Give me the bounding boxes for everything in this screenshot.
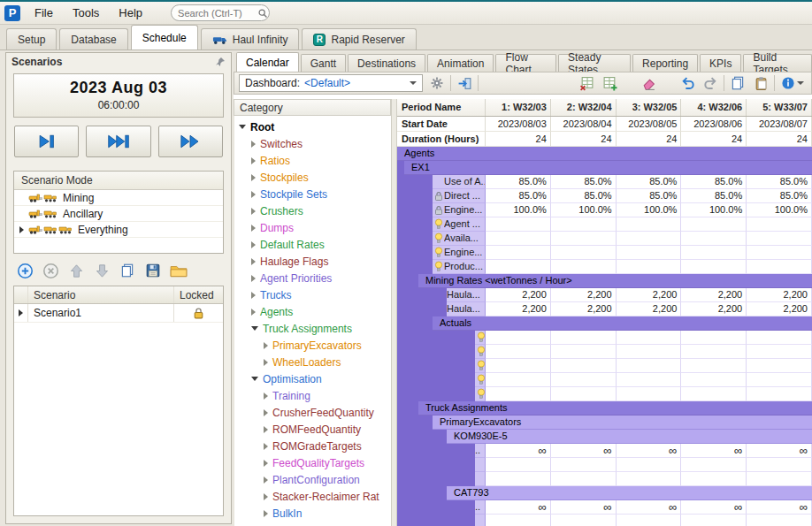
grid-cell[interactable]: ∞ [551, 444, 617, 458]
row-label-cell[interactable]: Engine... [433, 246, 486, 260]
period-column-header[interactable]: 1: W32/03 [486, 99, 551, 116]
tab-animation[interactable]: Animation [427, 54, 494, 72]
grid-cell[interactable]: ∞ [486, 444, 551, 458]
row-label-cell[interactable]: .. [475, 444, 486, 458]
grid-cell[interactable] [486, 217, 551, 232]
pin-icon[interactable] [215, 57, 226, 67]
tree-item-agent-priorities[interactable]: Agent Priorities [234, 270, 391, 286]
grid-cell[interactable] [681, 260, 747, 274]
grid-cell[interactable]: ∞ [486, 500, 551, 515]
grid-cell[interactable] [681, 345, 747, 359]
grid-cell[interactable] [681, 387, 747, 401]
tab-rapid-reserver[interactable]: R Rapid Reserver [302, 28, 416, 50]
undo-button[interactable] [678, 73, 697, 93]
row-label-cell[interactable]: Use of A... [433, 175, 486, 189]
grid-cell[interactable]: 2,200 [747, 288, 812, 302]
tree-item-stacker-reclaimer-rat[interactable]: Stacker-Reclaimer Rat [234, 488, 391, 505]
grid-cell[interactable] [681, 515, 747, 526]
grid-cell[interactable]: 85.0% [747, 175, 812, 189]
grid-cell[interactable] [486, 260, 551, 274]
grid-cell[interactable] [681, 472, 747, 486]
grid-cell[interactable]: 2,200 [486, 288, 551, 302]
row-label-cell[interactable]: Direct ... [433, 189, 486, 203]
row-label-cell[interactable] [475, 472, 486, 486]
grid-cell[interactable] [617, 260, 682, 274]
tree-item-truck-assignments[interactable]: Truck Assignments [234, 320, 391, 337]
grid-cell[interactable]: 100.0% [747, 203, 812, 217]
grid-cell[interactable] [486, 359, 551, 373]
tab-haul-infinity[interactable]: Haul Infinity [201, 28, 300, 50]
grid-cell[interactable]: ∞ [617, 500, 682, 515]
row-label-cell[interactable] [475, 373, 486, 387]
excel-export-button[interactable] [577, 73, 596, 93]
grid-cell[interactable] [747, 359, 812, 373]
grid-cell[interactable] [617, 232, 682, 246]
grid-cell[interactable]: ∞ [617, 444, 682, 458]
dashboard-select[interactable]: Dashboard: <Default> [239, 74, 423, 92]
tree-item-bulkin[interactable]: BulkIn [234, 505, 391, 522]
section-bar[interactable]: Truck Assignments [418, 401, 812, 415]
grid-cell[interactable] [551, 260, 617, 274]
tree-item-crusherfeedquantity[interactable]: CrusherFeedQuantity [234, 404, 391, 421]
grid-cell[interactable] [486, 458, 551, 472]
grid-cell[interactable]: 85.0% [486, 189, 551, 203]
grid-cell[interactable]: 2,200 [551, 288, 617, 302]
panel-splitter[interactable] [391, 99, 397, 526]
skip-forward-button[interactable] [86, 126, 150, 157]
grid-cell[interactable]: 2,200 [681, 302, 747, 316]
tree-item-default-rates[interactable]: Default Rates [234, 236, 391, 253]
tab-steady-states[interactable]: Steady States [558, 54, 631, 72]
grid-cell[interactable] [747, 345, 812, 359]
tab-calendar[interactable]: Calendar [236, 52, 299, 72]
tree-item-root[interactable]: Root [234, 118, 391, 135]
section-bar[interactable]: Actuals [433, 316, 812, 331]
grid-cell[interactable] [551, 232, 617, 246]
row-label-cell[interactable]: .. [475, 500, 486, 515]
grid-cell[interactable]: 85.0% [617, 175, 682, 189]
tab-destinations[interactable]: Destinations [348, 54, 425, 72]
tab-kpis[interactable]: KPIs [700, 54, 741, 72]
grid-cell[interactable] [486, 345, 551, 359]
row-label-cell[interactable]: Availa... [433, 232, 486, 246]
tab-setup[interactable]: Setup [6, 28, 57, 50]
grid-cell[interactable] [681, 458, 747, 472]
grid-cell[interactable] [747, 260, 812, 274]
grid-cell[interactable] [617, 387, 682, 401]
tab-reporting[interactable]: Reporting [632, 54, 698, 72]
grid-cell[interactable] [747, 387, 812, 401]
row-label-cell[interactable]: Engine... [433, 203, 486, 217]
grid-cell[interactable] [617, 373, 682, 387]
section-bar[interactable]: EX1 [404, 161, 812, 175]
grid-cell[interactable]: 2,200 [486, 302, 551, 316]
export-view-button[interactable] [455, 73, 474, 93]
tree-item-stockpiles[interactable]: Stockpiles [234, 169, 391, 186]
info-button[interactable] [778, 73, 807, 93]
grid-cell[interactable] [617, 359, 682, 373]
grid-cell[interactable]: 85.0% [617, 189, 682, 203]
mode-row-everything[interactable]: Everything [14, 222, 223, 238]
redo-button[interactable] [701, 73, 720, 93]
section-bar[interactable]: PrimaryExcavators [433, 415, 812, 430]
grid-cell[interactable] [747, 331, 812, 345]
grid-cell[interactable]: 85.0% [486, 175, 551, 189]
tree-item-romgradetargets[interactable]: ROMGradeTargets [234, 438, 391, 454]
grid-cell[interactable] [551, 373, 617, 387]
grid-cell[interactable] [747, 217, 812, 232]
eraser-button[interactable] [639, 73, 658, 93]
grid-cell[interactable]: ∞ [681, 500, 747, 515]
menu-tools[interactable]: Tools [64, 4, 108, 22]
grid-cell[interactable] [551, 331, 617, 345]
grid-cell[interactable] [551, 359, 617, 373]
grid-cell[interactable] [486, 387, 551, 401]
grid-cell[interactable] [681, 373, 747, 387]
grid-cell[interactable]: 2,200 [681, 288, 747, 302]
tree-item-crushers[interactable]: Crushers [234, 202, 391, 219]
grid-cell[interactable]: 2,200 [551, 302, 617, 316]
grid-cell[interactable] [617, 217, 682, 232]
menu-file[interactable]: File [26, 4, 62, 22]
grid-cell[interactable] [551, 472, 617, 486]
period-column-header[interactable]: 4: W32/06 [681, 99, 747, 116]
grid-cell[interactable] [617, 331, 682, 345]
gear-button[interactable] [427, 73, 447, 93]
grid-cell[interactable]: 85.0% [747, 189, 812, 203]
